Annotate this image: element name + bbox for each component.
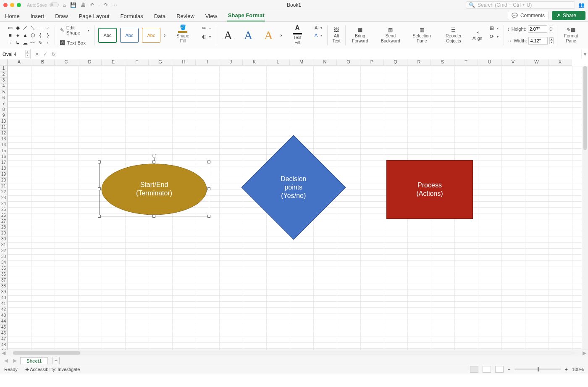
row-header[interactable]: 34 [0, 260, 8, 266]
shape-line3-icon[interactable]: — [37, 24, 44, 31]
tab-formulas[interactable]: Formulas [120, 11, 144, 21]
row-header[interactable]: 39 [0, 290, 8, 295]
width-field[interactable]: ↔ Width: ▲▼ [507, 37, 554, 45]
shape-triangle-icon[interactable]: ▲ [22, 32, 29, 39]
tab-page-layout[interactable]: Page Layout [78, 11, 110, 21]
col-header[interactable]: N [313, 59, 337, 66]
row-header[interactable]: 31 [0, 242, 8, 248]
width-input[interactable] [528, 37, 548, 45]
minimize-window-icon[interactable] [10, 3, 14, 7]
shape-rectangle[interactable]: Process (Actions) [386, 160, 473, 219]
maximize-window-icon[interactable] [17, 3, 21, 7]
row-header[interactable]: 47 [0, 337, 8, 342]
share-button[interactable]: ↗ Share ▾ [552, 11, 585, 20]
add-sheet-button[interactable]: + [52, 357, 60, 364]
scroll-thumb[interactable] [13, 351, 80, 355]
col-header[interactable]: X [549, 59, 572, 66]
shape-effects-button[interactable]: ◐▾ [200, 33, 213, 40]
row-header[interactable]: 26 [0, 213, 8, 219]
row-header[interactable]: 6 [0, 95, 8, 101]
row-header[interactable]: 42 [0, 307, 8, 313]
resize-handle[interactable] [98, 215, 101, 218]
zoom-in-icon[interactable]: + [565, 367, 567, 372]
shape-style-2[interactable]: Abc [120, 28, 139, 43]
spreadsheet-grid[interactable]: ABCDEFGHIJKLMNOPQRSTUVWX 123456789101112… [0, 59, 588, 356]
row-header[interactable]: 15 [0, 148, 8, 154]
col-header[interactable]: R [407, 59, 431, 66]
row-header[interactable]: 33 [0, 254, 8, 260]
shape-circle-icon[interactable]: ● [14, 32, 21, 39]
shape-diamond-icon[interactable]: ◆ [14, 24, 21, 31]
row-header[interactable]: 3 [0, 78, 8, 84]
save-icon[interactable]: 💾 [70, 2, 76, 8]
shape-oval-selection[interactable]: Start/End (Terminator) [99, 162, 209, 216]
edit-shape-button[interactable]: ✎ Edit Shape ▾ [58, 24, 91, 36]
shape-line-icon[interactable]: ／ [22, 24, 29, 31]
fx-icon[interactable]: fx [52, 51, 55, 57]
resize-handle[interactable] [152, 215, 155, 218]
undo-icon[interactable]: ↶ [90, 2, 94, 8]
row-header[interactable]: 8 [0, 107, 8, 113]
scroll-thumb[interactable] [583, 66, 587, 150]
cells-area[interactable]: Start/End (Terminator) Decision points (… [8, 66, 588, 356]
wordart-style-2[interactable]: A [240, 29, 257, 42]
horizontal-scrollbar[interactable]: ◀ ▶ [0, 350, 588, 356]
shape-outline-button[interactable]: ✏▾ [200, 24, 213, 32]
col-header[interactable]: D [78, 59, 102, 66]
col-header[interactable]: G [149, 59, 172, 66]
zoom-slider[interactable] [514, 369, 561, 370]
send-backward-button[interactable]: ▧ Send Backward [375, 24, 407, 47]
gallery-more-icon[interactable]: › [280, 32, 282, 38]
row-header[interactable]: 43 [0, 313, 8, 319]
reorder-objects-button[interactable]: ☰ Reorder Objects [437, 24, 470, 47]
width-spinner[interactable]: ▲▼ [549, 37, 554, 44]
shape-curve-icon[interactable]: 〰 [29, 39, 36, 46]
wordart-style-3[interactable]: A [260, 29, 277, 42]
redo-icon[interactable]: ↷ [104, 2, 108, 8]
resize-handle[interactable] [207, 187, 210, 190]
col-header[interactable]: K [243, 59, 266, 66]
col-header[interactable]: T [454, 59, 478, 66]
row-header[interactable]: 10 [0, 119, 8, 125]
autosave-toggle[interactable]: AutoSave [27, 3, 59, 8]
row-header[interactable]: 19 [0, 172, 8, 178]
selection-pane-button[interactable]: ▥ Selection Pane [407, 24, 437, 47]
row-header[interactable]: 7 [0, 101, 8, 107]
col-header[interactable]: L [266, 59, 290, 66]
resize-handle[interactable] [98, 187, 101, 190]
col-header[interactable]: Q [384, 59, 407, 66]
shape-free-icon[interactable]: ✎ [37, 39, 44, 46]
col-header[interactable]: O [337, 59, 360, 66]
shape-line2-icon[interactable]: ＼ [29, 24, 36, 31]
tab-draw[interactable]: Draw [54, 11, 68, 21]
rotate-handle-icon[interactable] [152, 154, 156, 158]
shape-line4-icon[interactable]: ⟋ [45, 24, 51, 31]
row-header[interactable]: 27 [0, 219, 8, 225]
select-all-corner[interactable] [0, 59, 8, 66]
resize-handle[interactable] [152, 161, 155, 163]
resize-handle[interactable] [207, 161, 210, 163]
scroll-right-icon[interactable]: ▶ [581, 350, 588, 356]
row-header[interactable]: 32 [0, 248, 8, 254]
row-header[interactable]: 17 [0, 160, 8, 166]
row-header[interactable]: 9 [0, 113, 8, 119]
row-header[interactable]: 14 [0, 142, 8, 148]
accept-formula-icon[interactable]: ✓ [43, 51, 47, 57]
col-header[interactable]: C [55, 59, 78, 66]
row-headers[interactable]: 1234567891011121314151617181920212223242… [0, 66, 8, 356]
tab-review[interactable]: Review [176, 11, 195, 21]
zoom-out-icon[interactable]: − [508, 367, 510, 372]
row-header[interactable]: 22 [0, 190, 8, 195]
row-header[interactable]: 2 [0, 72, 8, 78]
tab-shape-format[interactable]: Shape Format [227, 10, 265, 21]
row-header[interactable]: 36 [0, 272, 8, 278]
col-header[interactable]: J [219, 59, 243, 66]
resize-handle[interactable] [98, 161, 101, 163]
text-outline-button[interactable]: A▾ [313, 24, 324, 31]
row-header[interactable]: 45 [0, 325, 8, 331]
col-header[interactable]: U [478, 59, 501, 66]
sheet-tab-1[interactable]: Sheet1 [20, 357, 48, 364]
comments-button[interactable]: 💬 Comments [508, 11, 549, 20]
shape-rbrace-icon[interactable]: } [45, 32, 51, 39]
col-header[interactable]: H [172, 59, 196, 66]
